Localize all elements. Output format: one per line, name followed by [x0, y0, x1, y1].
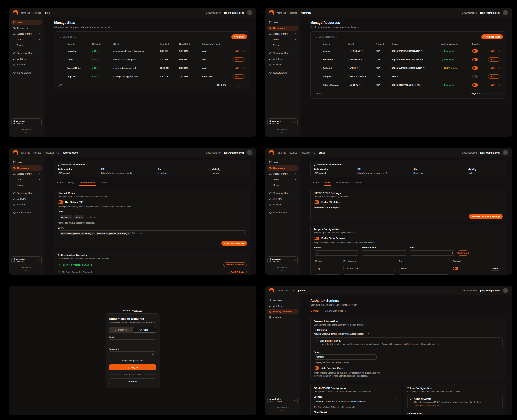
advanced-tls-expander[interactable]: Advanced TLS Settings ⇅ — [314, 206, 503, 209]
sort-icon[interactable]: ⇅ — [456, 43, 458, 45]
breadcrumb-resources[interactable]: resources — [301, 151, 310, 154]
sidebar-item-users[interactable]: Users▸ — [11, 177, 42, 182]
sidebar-item-users[interactable]: Users▸ — [11, 37, 42, 42]
avatar[interactable]: J — [503, 288, 508, 293]
avatar[interactable]: J — [247, 10, 252, 15]
copy-icon[interactable] — [424, 59, 426, 61]
sidebar-item-resources[interactable]: Resources — [267, 25, 298, 31]
user-email[interactable]: joe@example.com — [224, 151, 244, 154]
user-email[interactable]: joe@example.com — [480, 12, 500, 14]
sidebar-item-users[interactable]: Users▸ — [267, 37, 298, 42]
organization-picker[interactable]: OrganizationHome Lab ⇅ — [11, 119, 42, 126]
ip-hostname-input[interactable] — [364, 252, 405, 254]
sidebar-item-resources[interactable]: Resources — [11, 165, 42, 171]
sidebar-item-roles[interactable]: Roles — [267, 43, 298, 48]
sidebar-item-server-admin[interactable]: Server Admin — [267, 210, 298, 215]
number-stepper[interactable]: ▴▾ — [446, 267, 447, 269]
breadcrumb-idp[interactable]: idp — [286, 289, 289, 292]
enabled-toggle[interactable] — [472, 83, 478, 87]
tab-rules[interactable]: Rules — [356, 180, 362, 186]
sidebar-item-api-keys[interactable]: API Keys — [11, 56, 42, 61]
copy-icon[interactable] — [423, 67, 425, 69]
platform-sso-toggle[interactable] — [58, 201, 63, 204]
sort-icon[interactable]: ⇅ — [352, 43, 354, 45]
enable-ssl-toggle[interactable] — [314, 201, 319, 204]
documentation-link[interactable]: Documentation — [462, 12, 477, 14]
edit-button[interactable]: Edit→ — [488, 74, 500, 79]
tab-authentication[interactable]: Authentication — [79, 180, 96, 186]
number-stepper[interactable]: ▴▾ — [452, 252, 453, 254]
copy-icon[interactable] — [421, 50, 423, 52]
user-method-tab[interactable]: User — [133, 327, 156, 332]
edit-button[interactable]: Edit→ — [488, 83, 500, 87]
sidebar-item-license[interactable]: License — [267, 315, 298, 320]
copy-icon[interactable] — [397, 75, 399, 78]
sidebar-item-settings[interactable]: Settings — [267, 62, 298, 67]
sidebar-item-access-control[interactable]: Access Control▾ — [11, 171, 42, 176]
tab-organization-policies[interactable]: Organization Policies — [324, 308, 346, 314]
method-select[interactable]: http▾ — [314, 250, 359, 255]
edit-button[interactable]: Edit→ — [488, 49, 500, 53]
add-resource-button[interactable]: + Add Resource — [481, 34, 503, 39]
breadcrumb-org[interactable]: home-lab — [277, 12, 286, 14]
sort-icon[interactable]: ⇅ — [218, 43, 220, 45]
breadcrumb-settings[interactable]: settings — [33, 12, 41, 14]
client-id-field[interactable] — [316, 401, 395, 403]
sort-icon[interactable]: ⇅ — [99, 43, 101, 45]
avatar[interactable]: J — [503, 150, 508, 155]
remove-chip-button[interactable]: × — [81, 216, 83, 218]
login-button[interactable]: Log In — [109, 364, 156, 370]
sidebar-item-access-control[interactable]: Access Control▾ — [267, 171, 298, 176]
tab-general[interactable]: General — [54, 180, 63, 186]
forgot-password-link[interactable]: Forgot your password? — [109, 360, 156, 362]
tab-general[interactable]: General — [310, 180, 319, 186]
edit-button[interactable]: Edit→ — [233, 57, 245, 61]
site-link-pill[interactable]: Second Office↗ — [348, 75, 368, 78]
sidebar-item-server-admin[interactable]: Server Admin — [11, 70, 42, 75]
last-page-button[interactable]: » — [243, 83, 247, 87]
row-menu-button[interactable]: ⋯ — [315, 67, 317, 69]
organization-picker[interactable]: OrganizationNone selected ⇅ — [267, 397, 298, 404]
sidebar-item-shareable-links[interactable]: Shareable Links — [11, 51, 42, 56]
edit-button[interactable]: Edit→ — [488, 66, 500, 70]
add-target-button[interactable]: Add Target — [457, 250, 469, 255]
authentik-sso-button[interactable]: Authentik — [109, 378, 156, 384]
first-page-button[interactable]: « — [485, 91, 489, 95]
enabled-toggle[interactable] — [472, 58, 478, 61]
sidebar-item-server-admin[interactable]: Server Admin — [11, 210, 42, 215]
user-email[interactable]: joe@example.com — [224, 12, 244, 14]
row-menu-button[interactable]: ⋯ — [59, 58, 61, 61]
ip-hostname-input[interactable] — [343, 274, 395, 275]
sidebar-item-shareable-links[interactable]: Shareable Links — [267, 191, 298, 196]
sidebar-item-api-keys[interactable]: API Keys — [11, 196, 42, 202]
row-menu-button[interactable]: ⋯ — [315, 50, 317, 52]
password-field[interactable] — [111, 353, 152, 355]
edit-button[interactable]: Edit→ — [488, 57, 500, 61]
port-input[interactable]: ▴▾ — [399, 274, 449, 275]
sidebar-item-sites[interactable]: Sites — [11, 20, 42, 25]
documentation-link[interactable]: Documentation — [462, 289, 477, 292]
users-multiselect[interactable]: adam@example.com (Authentik)× sarah@exam… — [58, 231, 247, 236]
sidebar-item-server-admin[interactable]: Server Admin — [267, 70, 298, 75]
enabled-toggle[interactable] — [472, 75, 478, 78]
add-pin-code-button[interactable]: Add PIN Code — [228, 270, 247, 274]
sort-icon[interactable]: ⇅ — [188, 43, 190, 45]
sort-icon[interactable]: ⇅ — [73, 43, 75, 45]
site-link-pill[interactable]: Office↗ — [348, 66, 361, 70]
search-input[interactable] — [319, 36, 360, 38]
row-menu-button[interactable]: ⋯ — [315, 75, 317, 78]
avatar[interactable]: J — [247, 150, 252, 155]
port-input[interactable] — [412, 252, 451, 254]
open-source-link[interactable]: Open Source ↗ — [276, 266, 289, 268]
avatar[interactable]: J — [503, 10, 508, 15]
sidebar-item-sites[interactable]: Sites — [267, 20, 298, 25]
save-users-roles-button[interactable]: Save Users & Roles — [221, 241, 247, 246]
organization-picker[interactable]: OrganizationHome Lab ⇅ — [11, 256, 42, 264]
search-input[interactable] — [63, 36, 104, 38]
tab-general[interactable]: General — [310, 308, 319, 314]
eye-icon[interactable] — [152, 353, 154, 355]
port-input[interactable]: ▴▾ — [399, 266, 449, 271]
jmespath-learn-more-link[interactable]: Learn more about JMESPath ↗ — [414, 405, 442, 407]
row-menu-button[interactable]: ⋯ — [59, 67, 61, 69]
sort-icon[interactable]: ⇅ — [329, 43, 330, 45]
